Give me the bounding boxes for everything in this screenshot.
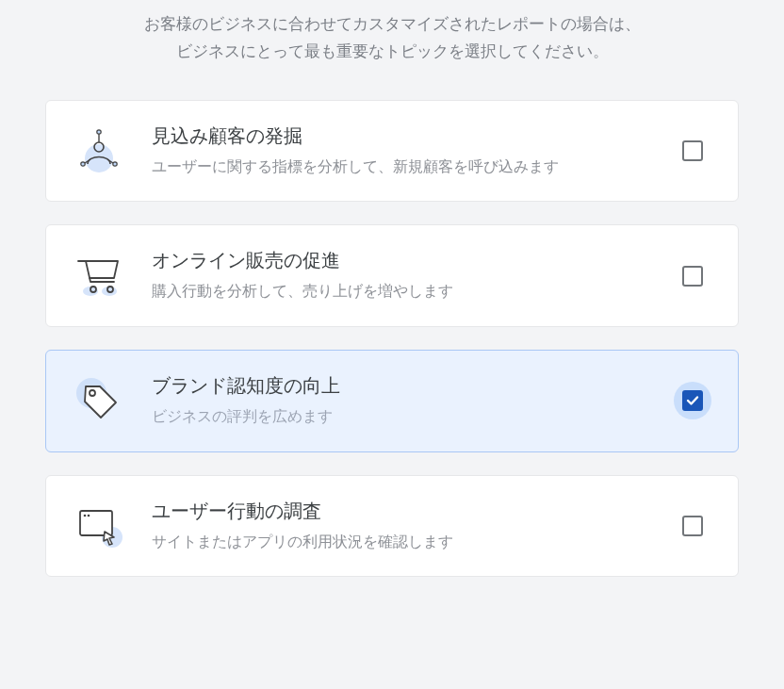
card-title: ユーザー行動の調査 [152, 499, 647, 524]
svg-point-3 [81, 162, 85, 166]
card-brand-awareness[interactable]: ブランド認知度の向上 ビジネスの評判を広めます [45, 350, 739, 452]
intro-line1: お客様のビジネスに合わせてカスタマイズされたレポートの場合は、 [45, 11, 739, 39]
checkbox[interactable] [682, 390, 703, 411]
card-title: 見込み顧客の発掘 [152, 123, 647, 149]
svg-point-2 [97, 130, 101, 134]
checkbox[interactable] [682, 266, 703, 287]
svg-point-4 [113, 162, 117, 166]
svg-point-16 [84, 515, 87, 517]
card-desc: ビジネスの評判を広めます [152, 404, 647, 429]
card-lead-generation[interactable]: 見込み顧客の発掘 ユーザーに関する指標を分析して、新規顧客を呼び込みます [45, 100, 739, 203]
card-body: ブランド認知度の向上 ビジネスの評判を広めます [152, 373, 647, 429]
checkmark-icon [686, 394, 699, 407]
checkbox-wrap [674, 507, 711, 545]
card-desc: ユーザーに関する指標を分析して、新規顧客を呼び込みます [152, 155, 647, 179]
card-title: ブランド認知度の向上 [152, 373, 647, 399]
card-body: ユーザー行動の調査 サイトまたはアプリの利用状況を確認します [152, 499, 647, 554]
svg-point-0 [85, 144, 113, 172]
card-title: オンライン販売の促進 [152, 248, 647, 273]
card-desc: 購入行動を分析して、売り上げを増やします [152, 279, 647, 303]
checkbox-wrap [674, 382, 711, 419]
card-body: オンライン販売の促進 購入行動を分析して、売り上げを増やします [152, 248, 647, 303]
tag-icon [73, 376, 125, 425]
checkbox-wrap [674, 132, 711, 170]
user-target-icon [73, 126, 125, 175]
checkbox[interactable] [682, 516, 703, 536]
card-body: 見込み顧客の発掘 ユーザーに関する指標を分析して、新規顧客を呼び込みます [152, 123, 647, 179]
intro-text: お客様のビジネスに合わせてカスタマイズされたレポートの場合は、 ビジネスにとって… [45, 0, 739, 100]
card-user-behavior[interactable]: ユーザー行動の調査 サイトまたはアプリの利用状況を確認します [45, 475, 739, 578]
checkbox[interactable] [682, 140, 703, 161]
intro-line2: ビジネスにとって最も重要なトピックを選択してください。 [45, 39, 739, 66]
site-cursor-icon [73, 501, 125, 550]
checkbox-wrap [674, 257, 711, 295]
card-online-sales[interactable]: オンライン販売の促進 購入行動を分析して、売り上げを増やします [45, 224, 739, 327]
card-desc: サイトまたはアプリの利用状況を確認します [152, 530, 647, 554]
svg-point-17 [88, 515, 90, 517]
cart-icon [73, 252, 125, 301]
